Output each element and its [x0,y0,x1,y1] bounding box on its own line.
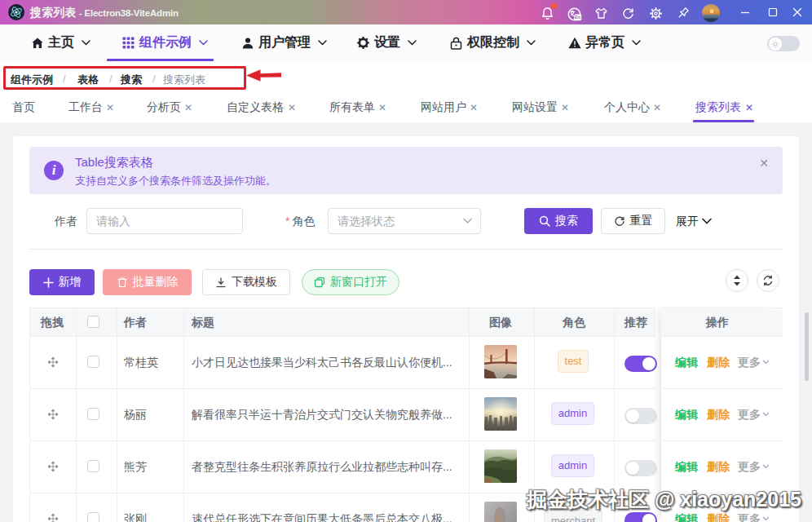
svg-text:En: En [575,15,581,20]
